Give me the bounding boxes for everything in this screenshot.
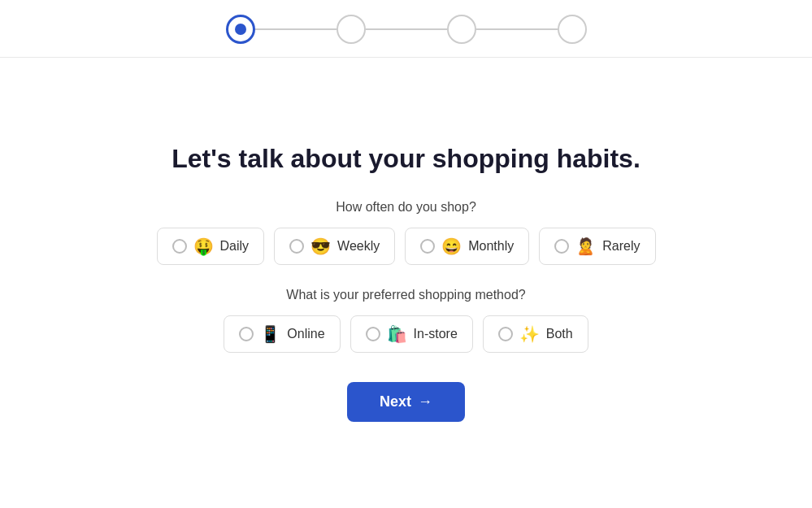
emoji-instore: 🛍️: [387, 326, 407, 342]
main-content: Let's talk about your shopping habits. H…: [0, 58, 812, 508]
page-title: Let's talk about your shopping habits.: [172, 144, 640, 174]
question2-label: What is your preferred shopping method?: [286, 288, 525, 302]
question1-label: How often do you shop?: [336, 200, 476, 215]
emoji-monthly: 😄: [441, 238, 462, 254]
option-monthly[interactable]: 😄 Monthly: [405, 228, 529, 265]
text-daily: Daily: [220, 239, 250, 254]
emoji-both: ✨: [519, 326, 540, 342]
text-monthly: Monthly: [468, 239, 514, 254]
radio-monthly: [420, 239, 435, 254]
step-3: [447, 15, 476, 44]
step-1: [226, 15, 255, 44]
radio-daily: [172, 239, 187, 254]
next-button[interactable]: Next →: [347, 382, 465, 422]
step-line-3: [476, 28, 558, 30]
question1-options: 🤑 Daily 😎 Weekly 😄 Monthly 🙎 Rarely: [157, 228, 656, 265]
emoji-online: 📱: [260, 326, 280, 342]
option-weekly[interactable]: 😎 Weekly: [274, 228, 395, 265]
step-4: [558, 15, 587, 44]
progress-bar: [0, 0, 812, 58]
emoji-rarely: 🙎: [575, 238, 596, 254]
radio-instore: [366, 327, 380, 341]
radio-rarely: [554, 239, 569, 254]
text-rarely: Rarely: [602, 239, 640, 254]
radio-both: [498, 327, 513, 341]
option-online[interactable]: 📱 Online: [224, 315, 340, 353]
emoji-daily: 🤑: [193, 238, 214, 254]
emoji-weekly: 😎: [310, 238, 331, 254]
step-line-1: [255, 28, 337, 30]
text-weekly: Weekly: [337, 239, 380, 254]
step-2: [337, 15, 366, 44]
option-both[interactable]: ✨ Both: [483, 315, 588, 353]
question2-options: 📱 Online 🛍️ In-store ✨ Both: [224, 315, 588, 353]
arrow-icon: →: [418, 393, 432, 410]
text-instore: In-store: [414, 327, 458, 341]
option-rarely[interactable]: 🙎 Rarely: [539, 228, 655, 265]
next-button-label: Next: [380, 393, 411, 410]
radio-weekly: [289, 239, 304, 254]
radio-online: [239, 327, 254, 341]
text-both: Both: [546, 327, 573, 341]
option-daily[interactable]: 🤑 Daily: [157, 228, 265, 265]
text-online: Online: [287, 327, 324, 341]
option-instore[interactable]: 🛍️ In-store: [350, 315, 473, 353]
step-line-2: [366, 28, 447, 30]
